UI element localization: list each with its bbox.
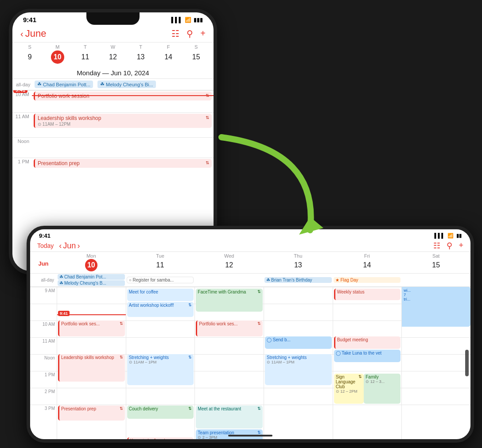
ls-tue-stretching[interactable]: Stretching + weights ⊙ 11AM – 1PM ⇅ — [127, 354, 194, 385]
ls-tue-couch-delivery[interactable]: Couch delivery ⇅ — [127, 406, 194, 419]
ls-allday-chad[interactable]: ☘Chad Benjamin Pot... — [58, 274, 125, 280]
ls-fri-family[interactable]: Family ⊙ 12 – 3... — [364, 374, 400, 404]
time-events-1pm: Presentation prep ⇅ — [32, 158, 214, 170]
ls-thu-stretching[interactable]: Stretching + weights ⊙ 11AM – 1PM — [265, 354, 332, 385]
ls-wed-portfolio[interactable]: Portfolio work ses... ⇅ — [196, 321, 263, 336]
ls-allday-samba[interactable]: ○ Register for samba... — [127, 277, 194, 283]
month-nav[interactable]: ‹ June — [20, 28, 46, 39]
ls-wed-restaurant[interactable]: Meet at the restaurant ⇅ — [196, 406, 263, 429]
ls-mon-leadership[interactable]: Leadership skills workshop ⇅ — [58, 354, 125, 382]
ls-wed-team-presentation[interactable]: Team presentation ⊙ 2 – 3PM ⇅ — [196, 429, 263, 439]
ls-add-icon[interactable]: + — [459, 241, 463, 251]
allday-event-2[interactable]: ☘ Melody Cheung's Bi... — [97, 81, 156, 88]
ls-cal-icons: ☷ ⚲ + — [433, 241, 463, 251]
ls-fri-budget[interactable]: Budget meeting — [334, 336, 401, 349]
presentation-prep-event[interactable]: Presentation prep ⇅ — [34, 159, 212, 168]
ls-mon-1pm — [57, 388, 126, 405]
ls-week-sat[interactable]: Sat 15 — [401, 252, 470, 273]
time-events-noon — [32, 138, 214, 139]
ls-week-wed[interactable]: Wed 12 — [194, 252, 264, 273]
person-icon-2: ☘ — [100, 81, 105, 87]
time-events-10am: Portfolio work session ⇅ — [32, 91, 214, 102]
ls-wed-1pm — [195, 388, 264, 405]
ls-wed-11am — [195, 354, 264, 371]
ls-today-button[interactable]: Today — [37, 242, 54, 249]
ls-fri-sign-label: Sign Language Club — [336, 375, 359, 389]
leadership-workshop-event[interactable]: Leadership skills workshop ⇅ ⊙ 11AM – 12… — [34, 114, 212, 128]
ls-grid-icon[interactable]: ☷ — [433, 241, 440, 251]
ls-tue-coffee-label: Meet for coffee — [129, 290, 159, 294]
ls-time-1pm: 2 PM — [30, 388, 57, 405]
ls-fri-weekly-status[interactable]: Weekly status — [334, 289, 401, 300]
ls-mon-portfolio[interactable]: Portfolio work ses... ⇅ — [58, 321, 125, 336]
allday-event-1[interactable]: ☘ Chad Benjamin Pott... — [35, 81, 93, 88]
ls-allday-label: all-day — [30, 278, 57, 282]
phone2-landscape: 9:41 ▌▌▌ 📶 ▮▮ Today ‹ Jun › ☷ ⚲ + — [27, 226, 474, 443]
ls-allday-melody[interactable]: ☘Melody Cheung's B... — [58, 280, 125, 286]
ls-thu-9am — [264, 287, 333, 304]
ls-tue-artist-sync: ⇅ — [188, 303, 192, 307]
ls-fri-sign-sync: ⇅ — [358, 375, 362, 379]
ls-thu-send[interactable]: ◯ Send b... — [265, 336, 332, 349]
month-label: June — [25, 28, 47, 39]
ls-allday-brian[interactable]: ☘Brian Tran's Birthday — [264, 277, 332, 283]
search-icon[interactable]: ⚲ — [187, 28, 193, 39]
ls-fwd-arrow[interactable]: › — [77, 241, 80, 251]
week-col-fri[interactable]: F 14 — [155, 44, 183, 65]
ls-mon-presentation-prep[interactable]: Presentation prep ⇅ — [58, 406, 125, 421]
ls-tue-couch-sync: ⇅ — [188, 406, 192, 411]
week-col-mon[interactable]: M 10 — [44, 44, 72, 65]
ls-tue-couch-label: Couch delivery — [129, 406, 158, 411]
week-col-thu[interactable]: T 13 — [127, 44, 155, 65]
ls-tue-stretch-sync: ⇅ — [188, 355, 192, 359]
ls-allday-thu: ☘Brian Tran's Birthday — [264, 277, 333, 283]
ls-sat-partial-event[interactable]: wi...7tri... — [402, 287, 470, 327]
week-col-tue[interactable]: T 11 — [71, 44, 99, 65]
ls-back-arrow[interactable]: ‹ — [59, 241, 62, 251]
home-indicator — [228, 435, 272, 436]
ls-wed-restaurant-sync: ⇅ — [257, 406, 261, 411]
ls-tue-artist-workshop[interactable]: Artist workshop kickoff! ⇅ — [127, 302, 194, 317]
ls-time-10am: 10 AM — [30, 321, 57, 337]
ls-tue-keynote[interactable]: Keynote by Jasmine — [127, 437, 194, 439]
current-time-badge: 9:41 — [13, 90, 27, 93]
week-col-sun[interactable]: S 9 — [16, 44, 44, 65]
ls-allday-flagday[interactable]: ★ Flag Day — [334, 277, 401, 283]
ls-tue-col: Meet for coffee Artist workshop kickoff!… — [126, 287, 195, 439]
time-label-noon: Noon — [12, 138, 32, 144]
ls-week-thu[interactable]: Thu 13 — [264, 252, 333, 273]
ls-thu-col: ◯ Send b... Stretching + weights ⊙ 11AM … — [264, 287, 333, 439]
time-row-11am: 11 AM Leadership skills workshop ⇅ ⊙ 11A… — [12, 112, 214, 137]
ls-wed-portfolio-label: Portfolio work ses... — [199, 321, 237, 326]
portfolio-work-event[interactable]: Portfolio work session ⇅ — [34, 92, 212, 100]
add-event-icon[interactable]: + — [200, 28, 206, 39]
ls-tue-coffee[interactable]: Meet for coffee — [127, 289, 194, 301]
ls-thu-10am — [264, 321, 333, 337]
ls-wed-facetime[interactable]: FaceTime with Grandma ⇅ — [196, 289, 263, 312]
ls-tue-1pm — [126, 388, 195, 405]
ls-week-fri[interactable]: Fri 14 — [333, 252, 402, 273]
status-time: 9:41 — [23, 16, 36, 23]
ls-fri-sign-language[interactable]: Sign Language Club ⊙ 12 – 2PM ⇅ — [334, 374, 364, 404]
time-events-11am: Leadership skills workshop ⇅ ⊙ 11AM – 12… — [32, 113, 214, 130]
ls-signal-icon: ▌▌▌ — [435, 233, 445, 238]
calendar-header: ‹ June ☷ ⚲ + — [12, 25, 214, 42]
ls-week-mon[interactable]: Mon 10 — [57, 252, 126, 273]
ls-month-label: ‹ Jun › — [59, 241, 80, 251]
week-col-sat[interactable]: S 15 — [182, 44, 210, 65]
allday-label: all-day — [16, 82, 32, 87]
ls-fri-luna[interactable]: ◯ Take Luna to the vet — [334, 350, 401, 362]
back-arrow-icon[interactable]: ‹ — [20, 29, 23, 39]
calendar-grid-icon[interactable]: ☷ — [171, 28, 179, 39]
ls-mon-leadership-sync: ⇅ — [120, 355, 123, 359]
ls-thu-1pm — [264, 388, 333, 405]
allday-event-1-label: Chad Benjamin Pott... — [43, 82, 90, 87]
week-col-wed[interactable]: W 12 — [99, 44, 127, 65]
ls-week-tue[interactable]: Tue 11 — [126, 252, 195, 273]
ls-tue-stretching-label: Stretching + weights — [129, 355, 169, 360]
time-label-1pm: 1 PM — [12, 158, 32, 164]
ls-status-icons: ▌▌▌ 📶 ▮▮ — [435, 233, 462, 239]
ls-search-icon[interactable]: ⚲ — [447, 241, 452, 251]
ls-fri-10am — [333, 321, 402, 337]
ls-allday-tue: ○ Register for samba... — [126, 276, 195, 284]
